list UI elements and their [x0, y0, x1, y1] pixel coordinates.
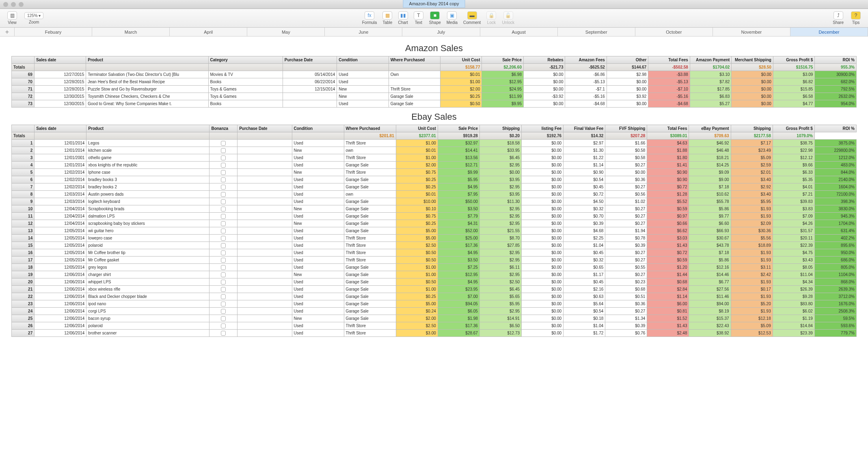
table-button[interactable]: ▦Table: [380, 11, 395, 26]
table-row[interactable]: 812/03/2014Austin powers dadsUsedown$0.0…: [12, 191, 857, 198]
window-titlebar: Amazon-Ebay 2014 copy: [0, 0, 868, 9]
document-title: Amazon-Ebay 2014 copy: [403, 0, 465, 8]
table-row[interactable]: 2512/06/2014bacon syrupNewGarage Sale$2.…: [12, 315, 857, 322]
checkbox-icon[interactable]: [221, 243, 226, 248]
checkbox-icon[interactable]: [221, 170, 226, 175]
table-row[interactable]: 1612/05/2014Mr Coffee brother tipUsedThr…: [12, 249, 857, 257]
checkbox-icon[interactable]: [221, 316, 226, 321]
table-row[interactable]: 7112/28/2015Puzzle Stow and Go by Ravens…: [12, 86, 857, 93]
table-row[interactable]: 212/01/2014kitchen scaleNewown$0.01$14.4…: [12, 147, 857, 154]
checkbox-icon[interactable]: [221, 309, 226, 314]
table-row[interactable]: 7012/28/2015Jean Hee's Best of the Best …: [12, 78, 857, 86]
checkbox-icon[interactable]: [221, 163, 226, 168]
amazon-table[interactable]: Sales date Product Category Purchase Dat…: [11, 56, 857, 108]
table-row[interactable]: 6912/27/2015Terminator Salvation (Two-Di…: [12, 71, 857, 78]
checkbox-icon[interactable]: [221, 280, 226, 285]
checkbox-icon[interactable]: [221, 265, 226, 270]
table-row[interactable]: 312/01/2001othello gameUsedThrift Store$…: [12, 154, 857, 162]
tab-december[interactable]: December: [790, 28, 868, 36]
view-button[interactable]: ▥View: [5, 11, 19, 26]
checkbox-icon[interactable]: [221, 302, 226, 306]
checkbox-icon[interactable]: [221, 229, 226, 233]
table-row[interactable]: 2312/06/2014ipod nanoUsedGarage Sale$5.0…: [12, 300, 857, 308]
lock-button[interactable]: 🔒Lock: [484, 11, 499, 26]
checkbox-icon[interactable]: [221, 214, 226, 219]
checkbox-icon[interactable]: [221, 236, 226, 241]
checkbox-icon[interactable]: [221, 324, 226, 328]
table-row[interactable]: 1512/05/2014polaroidUsedThrift Store$2.5…: [12, 242, 857, 249]
media-button[interactable]: ▣Media: [444, 11, 460, 26]
checkbox-icon[interactable]: [221, 207, 226, 211]
add-tab-button[interactable]: +: [0, 28, 15, 36]
table-row[interactable]: 2112/06/2014xbox wireless rifleUsedGarag…: [12, 286, 857, 293]
checkbox-icon[interactable]: [221, 287, 226, 292]
table-row[interactable]: 2612/06/2014polaroidUsedThrift Store$2.5…: [12, 322, 857, 330]
tab-july[interactable]: July: [402, 28, 480, 36]
table-row[interactable]: 1812/05/2014grey legosUsedGarage Sale$1.…: [12, 264, 857, 271]
table-row[interactable]: 912/03/2014logitech keyboardUsedGarage S…: [12, 198, 857, 205]
checkbox-icon[interactable]: [221, 192, 226, 197]
table-row[interactable]: 7212/30/2015Toysmith Chinese Checkers, C…: [12, 93, 857, 100]
chart-button[interactable]: ▮▮Chart: [395, 11, 410, 26]
checkbox-icon[interactable]: [221, 177, 226, 182]
table-row[interactable]: 2712/06/2014brother scannerUsedThrift St…: [12, 330, 857, 337]
tab-april[interactable]: April: [170, 28, 247, 36]
amazon-header-row: Sales date Product Category Purchase Dat…: [12, 56, 857, 64]
formula-button[interactable]: fxFormula: [360, 11, 380, 26]
tab-june[interactable]: June: [325, 28, 402, 36]
tab-august[interactable]: August: [480, 28, 558, 36]
table-row[interactable]: 1312/05/2014wii guitar heroUsedGarage Sa…: [12, 227, 857, 235]
table-row[interactable]: 112/01/2014LegosUsedThrift Store$1.00$32…: [12, 140, 857, 147]
checkbox-icon[interactable]: [221, 185, 226, 190]
tab-febuary[interactable]: Febuary: [15, 28, 92, 36]
checkbox-icon[interactable]: [221, 148, 226, 153]
table-row[interactable]: 7312/30/2015Good to Great: Why Some Comp…: [12, 100, 857, 108]
checkbox-icon[interactable]: [221, 155, 226, 160]
tab-march[interactable]: March: [92, 28, 170, 36]
tab-may[interactable]: May: [247, 28, 325, 36]
table-row[interactable]: 1912/06/2014charger shirtNewGarage Sale$…: [12, 271, 857, 278]
table-row[interactable]: 612/02/2014bradley books 3UsedGarage Sal…: [12, 176, 857, 183]
table-row[interactable]: 1012/04/2014Scrapbooking bradsNewGarage …: [12, 205, 857, 213]
shape-button[interactable]: ■Shape: [427, 11, 443, 26]
table-row[interactable]: 512/02/2014Iphone caseNewThrift Store$0.…: [12, 169, 857, 176]
tab-november[interactable]: November: [713, 28, 790, 36]
checkbox-icon[interactable]: [221, 331, 226, 336]
tab-september[interactable]: September: [558, 28, 635, 36]
ebay-header-row: Sales date Product Bonanza Purchase Date…: [12, 125, 857, 132]
checkbox-icon[interactable]: [221, 294, 226, 299]
checkbox-icon[interactable]: [221, 221, 226, 226]
table-row[interactable]: 1212/04/2014scrapbooking baby boy sticke…: [12, 220, 857, 227]
zoom-icon[interactable]: [19, 2, 24, 7]
table-row[interactable]: 412/01/2014xbos knights of the republicU…: [12, 162, 857, 169]
table-row[interactable]: 2012/06/2014whippet LPSUsedGarage Sale$0…: [12, 278, 857, 286]
checkbox-icon[interactable]: [221, 272, 226, 277]
table-row[interactable]: 712/02/2014bradley books 2UsedGarage Sal…: [12, 183, 857, 191]
unlock-button[interactable]: 🔓Unlock: [499, 11, 517, 26]
traffic-lights[interactable]: [0, 2, 24, 7]
table-row[interactable]: 2212/06/2014Black and Decker chopper bla…: [12, 293, 857, 300]
table-row[interactable]: 2412/06/2014corgi LPSUsedGarage Sale$0.2…: [12, 308, 857, 315]
amazon-title: Amazon Sales: [11, 43, 857, 54]
checkbox-icon[interactable]: [221, 250, 226, 255]
checkbox-icon[interactable]: [221, 258, 226, 263]
table-row[interactable]: 1412/05/2014lowepro caseUsedThrift Store…: [12, 235, 857, 242]
sheet-tabs: + FebuaryMarchAprilMayJuneJulyAugustSept…: [0, 28, 868, 37]
ebay-totals-row: Totals $201.81 $2377.01 $919.28 $0.20 $1…: [12, 132, 857, 140]
checkbox-icon[interactable]: [221, 141, 226, 146]
share-button[interactable]: ⤴Share: [830, 11, 846, 26]
close-icon[interactable]: [3, 2, 8, 7]
ebay-title: Ebay Sales: [11, 112, 857, 122]
zoom-select[interactable]: 125% ▾Zoom: [22, 11, 46, 25]
ebay-table[interactable]: Sales date Product Bonanza Purchase Date…: [11, 125, 857, 337]
tab-october[interactable]: October: [635, 28, 713, 36]
checkbox-icon[interactable]: [221, 199, 226, 204]
toolbar: ▥View 125% ▾Zoom fxFormula ▦Table ▮▮Char…: [0, 9, 868, 28]
text-button[interactable]: TText: [411, 11, 426, 26]
table-row[interactable]: 1712/05/2014Mr Coffee gasketUsedThrift S…: [12, 257, 857, 264]
comment-button[interactable]: ▬Comment: [461, 11, 483, 26]
tips-button[interactable]: ?Tips: [849, 11, 863, 26]
minimize-icon[interactable]: [11, 2, 16, 7]
amazon-totals-row: Totals $158.77 $2,206.60 -$21.73 -$625.5…: [12, 64, 857, 71]
table-row[interactable]: 1112/04/2014dalmation LPSUsedGarage Sale…: [12, 213, 857, 220]
